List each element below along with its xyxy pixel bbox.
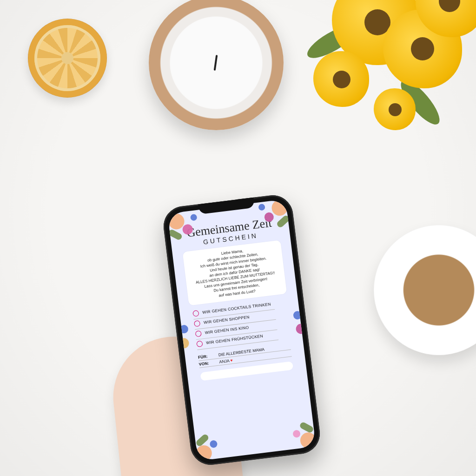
floral-mid-right <box>282 305 308 344</box>
voucher-card: Gemeinsame Zeit GUTSCHEIN Liebe Mama, ob… <box>167 199 316 461</box>
floral-corner-bottom-right <box>272 407 316 454</box>
floral-corner-bottom-left <box>190 417 237 461</box>
voucher-message-panel: Liebe Mama, ob gute oder schlechte Zeite… <box>182 240 287 305</box>
sunflowers-prop <box>299 0 476 149</box>
phone-screen: Gemeinsame Zeit GUTSCHEIN Liebe Mama, ob… <box>167 199 316 461</box>
floral-mid-left <box>176 318 201 357</box>
heart-icon: ♥ <box>230 357 233 363</box>
radio-icon <box>192 310 199 317</box>
from-value: ANJA <box>219 358 230 364</box>
orange-slice-prop <box>28 19 107 98</box>
product-mockup-scene: Gemeinsame Zeit GUTSCHEIN Liebe Mama, ob… <box>0 0 476 476</box>
voucher-options: WIR GEHEN COCKTAILS TRINKEN WIR GEHEN SH… <box>192 298 290 350</box>
from-label: VON: <box>198 360 215 366</box>
floral-corner-top-right <box>246 199 293 243</box>
candle-prop <box>149 0 284 130</box>
